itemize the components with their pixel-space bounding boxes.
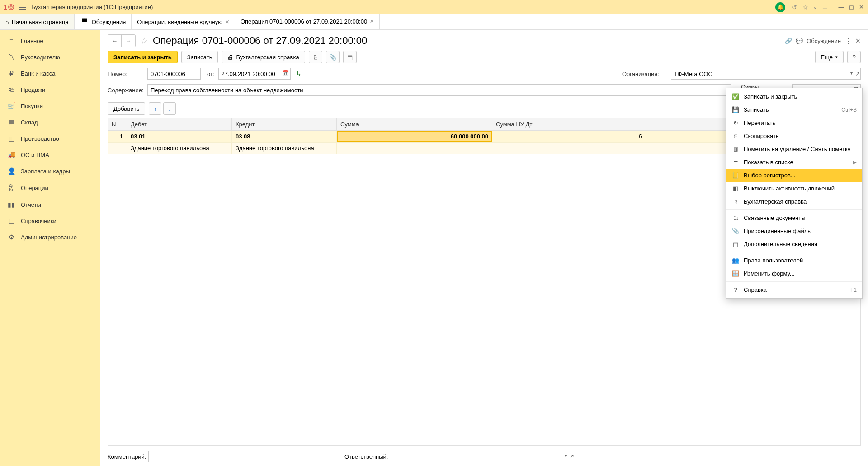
app-title: Бухгалтерия предприятия (1С:Предприятие) [31,4,153,10]
person-icon: 👤 [7,167,15,175]
close-window-icon[interactable]: ✕ [858,4,864,10]
bell-icon[interactable]: 🔔 [775,2,785,12]
close-icon[interactable]: ✕ [225,19,229,25]
save-button[interactable]: Записать [181,51,218,63]
kebab-icon[interactable]: ⋮ [844,37,852,45]
tab-discussions[interactable]: ▝▘ Обсуждения [75,14,132,29]
tab-home[interactable]: ⌂ Начальная страница [0,14,75,29]
settings-icon[interactable]: ═ [823,4,827,11]
close-doc-icon[interactable]: ✕ [855,37,861,44]
move-down-button[interactable]: ↓ [163,102,176,115]
menu-item-label: Изменить форму... [744,270,857,277]
ruble-icon: ₽ [7,70,15,77]
sidebar-item-reports[interactable]: ▮▮Отчеты [0,196,100,213]
help-button[interactable]: ? [847,51,861,63]
open-icon[interactable]: ↗ [570,453,574,460]
content-label: Содержание: [108,87,144,94]
menu-item[interactable]: ↻Перечитать [726,116,862,129]
col-n[interactable]: N [108,118,127,130]
menu-item[interactable]: ≣Показать в списке▶ [726,156,862,169]
discussion-icon[interactable]: 💬 [796,38,803,44]
cart-icon: 🛒 [7,102,15,109]
menu-item[interactable]: ?СправкаF1 [726,283,862,296]
menu-item[interactable]: ◧Выключить активность движений [726,182,862,195]
more-button[interactable]: Еще ▾ [815,51,844,63]
responsible-input[interactable] [399,451,575,462]
menu-item[interactable]: 📎Присоединенные файлы [726,224,862,238]
menu-item[interactable]: ⎘Скопировать [726,129,862,143]
sidebar-item-label: Руководителю [21,54,60,61]
tab-manual-ops-label: Операции, введенные вручную [137,19,222,25]
history-icon[interactable]: ↺ [792,4,797,11]
sidebar-item-operations[interactable]: ДтКтОперации [0,179,100,196]
sidebar-item-label: Главное [21,38,43,44]
sidebar-item-main[interactable]: ≡Главное [0,33,100,49]
chevron-down-icon[interactable]: ▾ [565,453,567,458]
chevron-down-icon[interactable]: ▾ [850,71,853,76]
sidebar-item-salary[interactable]: 👤Зарплата и кадры [0,163,100,179]
page-title: Операция 0701-000006 от 27.09.2021 20:00… [153,35,780,47]
tab-manual-ops[interactable]: Операции, введенные вручную ✕ [132,14,235,29]
sidebar-item-purchases[interactable]: 🛒Покупки [0,98,100,114]
menu-icon[interactable] [18,3,28,12]
sidebar-item-sales[interactable]: 🛍Продажи [0,81,100,98]
close-icon[interactable]: ✕ [370,19,374,24]
move-up-button[interactable]: ↑ [149,102,161,115]
cell-sum[interactable]: 60 000 000,00 [337,131,492,142]
menu-item-label: Присоединенные файлы [744,228,857,234]
col-sum[interactable]: Сумма [337,118,492,130]
menu-item-label: Справка [744,286,846,293]
col-debit[interactable]: Дебет [127,118,232,130]
menu-item-icon: 💾 [732,106,739,113]
open-icon[interactable]: ↗ [855,71,860,77]
menu-item[interactable]: 🪟Изменить форму... [726,267,862,280]
menu-item[interactable]: ▤Дополнительные сведения [726,238,862,251]
nav-forward-button[interactable]: → [122,35,135,47]
save-close-button[interactable]: Записать и закрыть [108,51,178,63]
add-row-button[interactable]: Добавить [108,102,145,115]
col-nu-dt[interactable]: Сумма НУ Дт [492,118,646,130]
sidebar-item-bank[interactable]: ₽Банк и касса [0,65,100,81]
split-icon[interactable]: ∘ [813,4,817,11]
sidebar-item-warehouse[interactable]: ▦Склад [0,114,100,130]
minimize-icon[interactable]: — [838,4,844,10]
sidebar-item-manager[interactable]: 〽Руководителю [0,49,100,65]
apply-date-icon[interactable]: ↳ [294,69,303,78]
discussion-label[interactable]: Обсуждение [807,38,841,44]
doc-button[interactable]: ▤ [343,51,357,63]
acc-ref-button[interactable]: 🖨Бухгалтерская справка [222,51,305,63]
link-icon[interactable]: 🔗 [785,38,792,44]
menu-item[interactable]: 👥Права пользователей [726,254,862,267]
doc-header: ← → ☆ Операция 0701-000006 от 27.09.2021… [108,34,861,47]
maximize-icon[interactable]: ◻ [848,4,854,10]
cell-debit: 03.01 [127,131,232,142]
sidebar-item-catalogs[interactable]: ▤Справочники [0,213,100,229]
tab-operation[interactable]: Операция 0701-000006 от 27.09.2021 20:00… [235,14,380,29]
calendar-icon[interactable]: 📅 [282,70,289,76]
nav-back-button[interactable]: ← [108,35,122,47]
content-input[interactable] [147,84,731,96]
sidebar-item-production[interactable]: ▥Производство [0,130,100,147]
menu-item-icon: 👥 [732,257,739,264]
sidebar-item-assets[interactable]: 🚚ОС и НМА [0,147,100,163]
menu-item[interactable]: 🖨Бухгалтерская справка [726,195,862,208]
menu-item[interactable]: ✅Записать и закрыть [726,90,862,103]
number-input[interactable] [147,68,201,80]
sys-icons: ↺ ☆ ∘ ═ [790,4,829,11]
col-credit[interactable]: Кредит [232,118,337,130]
org-input[interactable] [671,68,861,80]
attach-button[interactable]: 📎 [326,51,340,63]
menu-item[interactable]: 🗑Пометить на удаление / Снять пометку [726,143,862,156]
comment-input[interactable] [148,451,329,462]
date-input[interactable] [218,68,291,80]
sidebar-item-admin[interactable]: ⚙Администрирование [0,229,100,245]
menu-item[interactable]: 💾ЗаписатьCtrl+S [726,103,862,116]
cell-debit-desc: Здание торгового павильона [127,143,232,154]
menu-item[interactable]: 🗂Связанные документы [726,211,862,224]
menu-item[interactable]: 📒Выбор регистров... [726,169,862,182]
menu-item-icon: ◧ [732,185,739,192]
footer: Комментарий: Ответственный: ▾ ↗ [108,446,861,462]
copy-button[interactable]: ⎘ [309,51,322,63]
favorite-icon[interactable]: ☆ [140,35,148,46]
star-icon[interactable]: ☆ [802,4,808,11]
